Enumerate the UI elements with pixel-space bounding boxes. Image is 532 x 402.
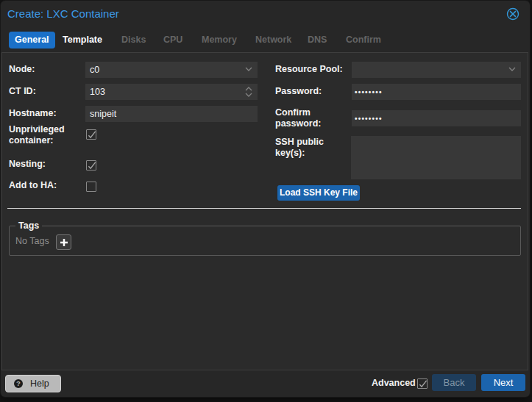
advanced-checkbox[interactable] <box>417 378 428 389</box>
close-icon[interactable] <box>506 7 519 21</box>
node-value: c0 <box>90 65 99 75</box>
confirm-password-value: •••••••• <box>355 111 383 127</box>
password-value: •••••••• <box>355 85 383 101</box>
tab-cpu: CPU <box>157 32 188 49</box>
tab-disks: Disks <box>116 32 152 49</box>
ctid-value: 103 <box>90 87 105 97</box>
nesting-checkbox[interactable] <box>86 160 96 171</box>
unprivileged-checkbox[interactable] <box>86 129 96 140</box>
node-combobox[interactable]: c0 <box>85 62 258 78</box>
tab-confirm: Confirm <box>340 32 387 49</box>
separator-line <box>7 208 521 209</box>
password-label: Password: <box>275 86 322 97</box>
tab-general[interactable]: General <box>9 32 55 49</box>
tab-memory: Memory <box>196 32 243 49</box>
node-chevron-down-icon[interactable] <box>245 67 252 71</box>
resource-pool-label: Resource Pool: <box>275 64 343 75</box>
no-tags-text: No Tags <box>15 236 49 246</box>
plus-icon <box>60 238 68 247</box>
help-button-label: Help <box>30 376 49 392</box>
tab-dns: DNS <box>302 32 333 49</box>
add-to-ha-checkbox[interactable] <box>86 182 96 192</box>
resource-pool-combobox[interactable] <box>352 62 521 78</box>
advanced-label: Advanced <box>372 378 416 389</box>
dialog-title: Create: LXC Container <box>7 7 119 20</box>
load-ssh-key-button[interactable]: Load SSH Key File <box>277 185 360 201</box>
resource-pool-chevron-down-icon[interactable] <box>508 67 516 71</box>
tags-legend: Tags <box>15 220 42 231</box>
create-lxc-dialog: Create: LXC Container General Template D… <box>1 1 530 397</box>
ssh-keys-label: SSH public key(s): <box>275 137 349 159</box>
confirm-password-input[interactable]: •••••••• <box>352 110 521 126</box>
ssh-keys-textarea[interactable] <box>351 136 521 179</box>
add-tag-button[interactable] <box>56 234 71 250</box>
ctid-label: CT ID: <box>9 86 36 97</box>
nesting-label: Nesting: <box>9 159 46 170</box>
hostname-value: snipeit <box>90 109 116 119</box>
tags-fieldset: Tags No Tags <box>9 226 521 256</box>
tab-template[interactable]: Template <box>57 32 108 49</box>
help-button[interactable]: ? Help <box>5 375 61 392</box>
password-input[interactable]: •••••••• <box>352 84 521 100</box>
tab-network: Network <box>249 32 297 49</box>
hostname-label: Hostname: <box>9 108 57 119</box>
ctid-spinner-icons[interactable] <box>245 86 252 98</box>
unprivileged-label: Unprivileged container: <box>9 124 82 146</box>
hostname-input[interactable]: snipeit <box>85 106 258 122</box>
node-label: Node: <box>9 64 35 75</box>
next-button[interactable]: Next <box>481 374 525 391</box>
ctid-spinner[interactable]: 103 <box>85 84 258 100</box>
confirm-password-label: Confirm password: <box>275 107 349 129</box>
form-panel: Node: c0 CT ID: 103 Hostname: snipeit Un… <box>1 52 528 370</box>
back-button[interactable]: Back <box>432 374 476 391</box>
add-to-ha-label: Add to HA: <box>9 180 57 191</box>
question-mark-icon: ? <box>14 379 23 388</box>
